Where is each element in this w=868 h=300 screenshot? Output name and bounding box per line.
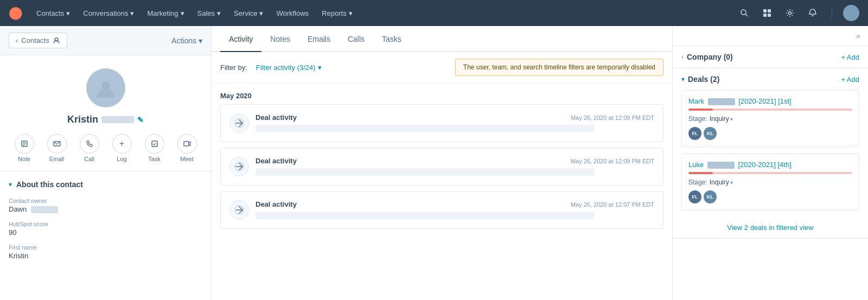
company-section-toggle[interactable]: › Company (0) + Add [673, 46, 868, 68]
filter-activity-button[interactable]: Filter activity (3/24) ▾ [256, 63, 322, 72]
svg-rect-15 [184, 142, 189, 146]
deal-assignees-1: FL KL [688, 190, 852, 203]
tab-notes[interactable]: Notes [261, 26, 299, 52]
left-sidebar: ‹ Contacts Actions ▾ Kristin ✎ [0, 26, 212, 300]
company-chevron-icon: › [681, 53, 684, 61]
nav-marketing[interactable]: Marketing ▾ [142, 6, 189, 21]
deal-card-1: Luke [2020-2021] [4th] Stage: Inquiry ▾ … [681, 154, 859, 210]
activity-content-blurred-1 [256, 168, 595, 176]
hubspot-logo[interactable]: ⬤ [9, 6, 22, 20]
search-icon[interactable] [736, 5, 752, 21]
month-label: May 2020 [220, 83, 663, 104]
deals-section-toggle[interactable]: ▾ Deals (2) + Add [673, 68, 868, 90]
contact-last-name-blurred [101, 116, 134, 123]
user-icon [53, 37, 60, 44]
deal-progress-bar-0 [688, 108, 852, 111]
main-content: Activity Notes Emails Calls Tasks Filter… [212, 26, 673, 300]
collapse-sidebar-button[interactable]: » [856, 31, 860, 40]
deal-avatar-kl-1: KL [704, 190, 717, 203]
filter-bar: Filter by: Filter activity (3/24) ▾ The … [212, 52, 672, 83]
tab-activity[interactable]: Activity [220, 26, 261, 52]
deal-avatar-fl-0: FL [688, 127, 701, 140]
settings-icon[interactable] [782, 5, 798, 21]
deal-name-0[interactable]: Mark [2020-2021] [1st] [688, 97, 852, 105]
top-navigation: ⬤ Contacts ▾ Conversations ▾ Marketing ▾… [0, 0, 868, 26]
filter-disabled-notice: The user, team, and search timeline filt… [455, 59, 663, 76]
activity-content-blurred-0 [256, 125, 595, 132]
sidebar-header: ‹ Contacts Actions ▾ [0, 26, 211, 55]
svg-line-1 [745, 14, 748, 16]
svg-rect-3 [768, 9, 771, 12]
add-company-button[interactable]: + Add [841, 53, 859, 61]
deal-avatar-kl-0: KL [704, 127, 717, 140]
svg-point-8 [101, 81, 110, 90]
first-name-field: First name Kristin [9, 244, 202, 260]
company-section: › Company (0) + Add [673, 46, 868, 68]
tab-emails[interactable]: Emails [299, 26, 339, 52]
contact-owner-field: Contact owner Dawn [9, 197, 202, 213]
hubspot-score-field: HubSpot score 90 [9, 221, 202, 237]
call-action-button[interactable]: Call [80, 134, 99, 162]
nav-workflows[interactable]: Workflows [271, 6, 314, 21]
contact-profile: Kristin ✎ Note Email [0, 55, 211, 171]
deal-avatar-fl-1: FL [688, 190, 701, 203]
nav-service[interactable]: Service ▾ [228, 6, 269, 21]
nav-sales[interactable]: Sales ▾ [192, 6, 227, 21]
deal-activity-icon-2 [229, 200, 249, 220]
svg-point-0 [741, 10, 746, 15]
about-contact-section: ▾ About this contact Contact owner Dawn … [0, 171, 211, 276]
contact-avatar-image [86, 68, 125, 107]
task-action-button[interactable]: Task [145, 134, 164, 162]
deal-card-0: Mark [2020-2021] [1st] Stage: Inquiry ▾ … [681, 90, 859, 147]
deal-progress-bar-1 [688, 172, 852, 174]
tab-tasks[interactable]: Tasks [373, 26, 410, 52]
activity-card-0: Deal activity May 26, 2020 at 12:09 PM E… [220, 104, 663, 142]
svg-rect-4 [763, 14, 767, 17]
activity-card-2: Deal activity May 26, 2020 at 12:07 PM E… [220, 191, 663, 229]
activity-feed: May 2020 Deal activity May 26, 2020 at 1… [212, 83, 672, 243]
contact-quick-actions: Note Email Call + [15, 134, 197, 162]
actions-button[interactable]: Actions ▾ [171, 36, 202, 45]
deal-activity-icon-1 [229, 157, 249, 176]
app-layout: ‹ Contacts Actions ▾ Kristin ✎ [0, 26, 868, 300]
email-action-button[interactable]: Email [47, 134, 67, 162]
svg-point-6 [789, 12, 792, 15]
marketplace-icon[interactable] [759, 5, 775, 21]
svg-rect-2 [763, 9, 767, 12]
activity-card-1: Deal activity May 26, 2020 at 12:09 PM E… [220, 148, 663, 186]
deal-activity-icon-0 [229, 113, 249, 133]
deal-assignees-0: FL KL [688, 127, 852, 140]
deals-section: ▾ Deals (2) + Add Mark [2020-2021] [1st]… [673, 68, 868, 239]
edit-name-icon[interactable]: ✎ [137, 116, 144, 124]
user-avatar[interactable] [843, 5, 859, 21]
contact-name: Kristin ✎ [67, 114, 144, 125]
deal-stage-dropdown-0[interactable]: Inquiry ▾ [710, 115, 733, 123]
meet-action-button[interactable]: Meet [177, 134, 197, 162]
nav-reports[interactable]: Reports ▾ [316, 6, 358, 21]
deal-name-1[interactable]: Luke [2020-2021] [4th] [688, 161, 852, 169]
note-action-button[interactable]: Note [15, 134, 34, 162]
activity-tabs: Activity Notes Emails Calls Tasks [212, 26, 672, 52]
deal-stage-dropdown-1[interactable]: Inquiry ▾ [710, 178, 733, 186]
add-deal-button[interactable]: + Add [841, 75, 859, 84]
activity-content-blurred-2 [256, 212, 595, 219]
view-deals-link[interactable]: View 2 deals in filtered view [673, 217, 868, 238]
svg-rect-14 [152, 141, 157, 146]
deals-chevron-icon: ▾ [681, 75, 685, 83]
nav-conversations[interactable]: Conversations ▾ [78, 6, 139, 21]
back-to-contacts-button[interactable]: ‹ Contacts [9, 33, 67, 48]
notifications-icon[interactable] [805, 5, 821, 21]
about-section-toggle[interactable]: ▾ About this contact [9, 180, 202, 189]
tab-calls[interactable]: Calls [339, 26, 373, 52]
nav-contacts[interactable]: Contacts ▾ [31, 6, 75, 21]
right-sidebar: » › Company (0) + Add ▾ Deals (2) + Add [673, 26, 868, 300]
log-action-button[interactable]: + Log [112, 134, 132, 162]
svg-rect-5 [768, 14, 771, 17]
